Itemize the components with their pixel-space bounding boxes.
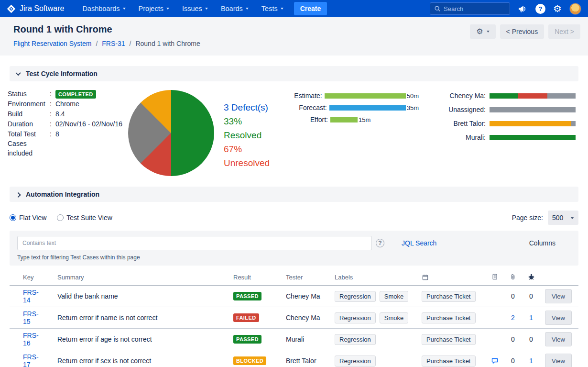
chevron-down-icon	[281, 8, 283, 10]
label-chip: Regression	[335, 334, 376, 345]
view-button[interactable]: View	[545, 311, 572, 325]
defect-count-link[interactable]: 1	[529, 357, 533, 365]
issue-key-link[interactable]: FRS-16	[10, 332, 44, 347]
nav-menu: Dashboards Projects Issues Boards Tests	[82, 5, 283, 12]
jira-logo-icon	[7, 4, 16, 13]
issue-key-link[interactable]: FRS-15	[10, 310, 44, 325]
help-icon[interactable]: ?	[535, 4, 545, 14]
col-header-tester: Tester	[272, 274, 322, 281]
tester-name: Cheney Ma	[272, 292, 322, 300]
search-input[interactable]	[444, 5, 501, 12]
radio-selected-icon	[10, 214, 16, 221]
view-controls: Flat View Test Suite View Page size: 500	[10, 211, 578, 225]
nav-item-dashboards[interactable]: Dashboards	[82, 5, 125, 12]
tester-bar	[490, 107, 576, 112]
defect-count: 0	[529, 335, 533, 343]
page-size-label: Page size:	[512, 214, 543, 222]
view-button[interactable]: View	[545, 354, 572, 367]
breadcrumb-current: Round 1 with Chrome	[135, 40, 200, 47]
chevron-down-icon	[487, 31, 490, 33]
label-chip: Regression	[335, 291, 376, 302]
search-box[interactable]	[430, 2, 510, 15]
unresolved-pct: 67%	[224, 142, 292, 156]
page-size-control: Page size: 500	[512, 211, 578, 225]
chevron-down-icon	[246, 8, 249, 10]
filter-hint: Type text for filtering Test Cases withi…	[17, 254, 571, 261]
cycle-fields: Status : COMPLETED Environment : Chrome …	[8, 89, 128, 176]
resolved-label: Resolved	[224, 128, 292, 142]
announcement-icon[interactable]	[518, 5, 528, 13]
attachment-count: 0	[511, 292, 515, 300]
test-cycle-info-panel-header[interactable]: Test Cycle Information	[10, 66, 578, 81]
tester-name: Murali	[272, 335, 322, 343]
test-case-table: Key Summary Result Tester Labels FRS-14 …	[10, 269, 578, 367]
jira-brand[interactable]: Jira Software	[7, 4, 64, 13]
contains-text-input[interactable]	[17, 236, 372, 250]
gear-icon: ⚙	[476, 28, 483, 35]
defect-count: 3 Defect(s)	[224, 100, 292, 114]
label-chip: Smoke	[380, 291, 408, 302]
view-button[interactable]: View	[545, 332, 572, 346]
breadcrumb: Flight Reservation System / FRS-31 / Rou…	[13, 40, 588, 47]
next-button[interactable]: Next >	[548, 24, 580, 39]
nav-right: ? ⚙	[430, 2, 581, 15]
tester-row: Cheney Ma:	[440, 92, 577, 100]
table-row: FRS-16 Return error if age is not correc…	[10, 329, 578, 350]
flat-view-radio[interactable]: Flat View	[10, 214, 46, 222]
nav-item-boards[interactable]: Boards	[221, 5, 249, 12]
tester-bar	[490, 121, 576, 126]
filter-help-icon[interactable]: ?	[376, 239, 384, 247]
tester-bar	[490, 135, 576, 140]
col-header-labels: Labels	[322, 274, 409, 281]
create-button[interactable]: Create	[294, 2, 327, 15]
avatar[interactable]	[569, 3, 581, 15]
previous-button[interactable]: < Previous	[500, 24, 544, 39]
status-badge: COMPLETED	[55, 90, 96, 99]
nav-item-issues[interactable]: Issues	[182, 5, 208, 12]
effort-bar	[330, 117, 358, 122]
page-header: Round 1 with Chrome Flight Reservation S…	[0, 17, 588, 56]
radio-unselected-icon	[57, 214, 64, 221]
attachment-icon	[510, 273, 516, 282]
gear-icon[interactable]: ⚙	[553, 4, 562, 13]
field-total-test-cases: Total Test Cases included : 8	[8, 129, 128, 158]
comment-icon[interactable]	[491, 357, 499, 365]
requirement-chip: Purchase Ticket	[422, 291, 476, 302]
jql-search-link[interactable]: JQL Search	[402, 239, 436, 247]
settings-dropdown-button[interactable]: ⚙	[470, 24, 495, 39]
table-row: FRS-15 Return error if name is not corre…	[10, 307, 578, 329]
effort-bar	[329, 105, 406, 111]
columns-button[interactable]: Columns	[529, 239, 571, 247]
nav-item-tests[interactable]: Tests	[261, 5, 283, 12]
issue-key-link[interactable]: FRS-14	[10, 289, 44, 304]
page-size-select[interactable]: 500	[548, 211, 578, 225]
tester-bar	[490, 93, 576, 99]
field-build: Build : 8.4	[8, 109, 128, 119]
tester-name: Cheney Ma	[272, 314, 322, 322]
defect-count: 0	[529, 292, 533, 300]
automation-integration-panel-header[interactable]: Automation Integration	[10, 187, 578, 202]
breadcrumb-issue-link[interactable]: FRS-31	[102, 40, 125, 47]
field-environment: Environment : Chrome	[8, 99, 128, 109]
result-badge: PASSED	[233, 335, 261, 344]
summary-text: Return error if sex is not correct	[44, 357, 220, 365]
col-header-summary: Summary	[44, 274, 220, 281]
breadcrumb-project-link[interactable]: Flight Reservation System	[13, 40, 91, 47]
view-button[interactable]: View	[545, 289, 572, 303]
pie-chart	[128, 90, 214, 176]
resolved-pct: 33%	[224, 114, 292, 128]
chevron-down-icon	[123, 8, 126, 10]
nav-item-projects[interactable]: Projects	[139, 5, 169, 12]
effort-row: Effort: 15m	[294, 116, 419, 123]
label-chip: Regression	[335, 312, 376, 323]
attachment-count-link[interactable]: 2	[511, 314, 515, 322]
tester-row: Brett Talor:	[440, 120, 577, 127]
attachment-count: 0	[511, 335, 515, 343]
table-row: FRS-14 Valid the bank name PASSED Cheney…	[10, 286, 578, 307]
result-badge: FAILED	[233, 313, 259, 322]
attachment-count: 0	[511, 357, 515, 365]
summary-text: Return error if name is not correct	[44, 314, 220, 322]
test-suite-view-radio[interactable]: Test Suite View	[57, 214, 112, 222]
defect-count-link[interactable]: 1	[529, 314, 533, 322]
issue-key-link[interactable]: FRS-17	[10, 353, 44, 367]
